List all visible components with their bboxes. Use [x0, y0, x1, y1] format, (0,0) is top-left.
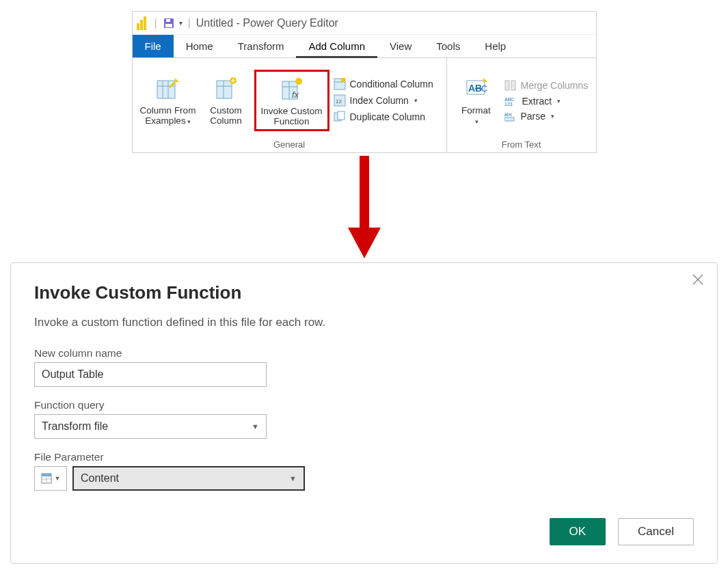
conditional-column-button[interactable]: Conditional Column — [334, 78, 433, 90]
chevron-down-icon: ▾ — [557, 98, 561, 105]
function-query-select[interactable]: Transform file ▼ — [34, 414, 267, 439]
titlebar-separator: | — [188, 17, 191, 29]
svg-rect-2 — [144, 16, 146, 30]
file-parameter-value: Content — [81, 472, 119, 485]
function-query-value: Transform file — [42, 420, 108, 433]
tab-add-column[interactable]: Add Column — [296, 35, 377, 57]
duplicate-column-label: Duplicate Column — [350, 111, 426, 122]
chevron-down-icon: ▾ — [551, 113, 554, 120]
tab-tools[interactable]: Tools — [424, 35, 472, 57]
ribbon-body: Column From Examples▾ Cu — [133, 58, 596, 152]
parse-label: Parse — [521, 111, 546, 122]
ribbon-tabstrip: File Home Transform Add Column View Tool… — [133, 35, 596, 58]
ok-button[interactable]: OK — [550, 518, 606, 545]
duplicate-column-button[interactable]: Duplicate Column — [334, 111, 433, 123]
invoke-custom-function-icon: fx — [278, 74, 306, 105]
dialog-description: Invoke a custom function defined in this… — [34, 316, 694, 329]
svg-text:A: A — [468, 83, 475, 94]
svg-text:123: 123 — [504, 102, 513, 107]
svg-rect-33 — [505, 81, 509, 90]
custom-column-label: Custom Column — [202, 105, 250, 128]
format-button[interactable]: A B C Format▾ — [453, 72, 500, 128]
save-button[interactable] — [163, 17, 175, 29]
qat-dropdown-icon[interactable]: ▾ — [179, 19, 183, 27]
svg-marker-32 — [483, 78, 487, 82]
parse-button[interactable]: abc Parse ▾ — [504, 111, 589, 122]
powerbi-logo-icon — [137, 16, 149, 30]
chevron-down-icon: ▼ — [55, 475, 61, 482]
parameter-type-picker[interactable]: ▼ — [34, 466, 67, 491]
power-query-editor-window: | ▾ | Untitled - Power Query Editor File… — [132, 11, 597, 153]
extract-button[interactable]: ABC123 Extract ▾ — [504, 96, 589, 107]
svg-rect-4 — [165, 24, 172, 27]
window-title: Untitled - Power Query Editor — [196, 17, 338, 29]
merge-columns-label: Merge Columns — [521, 80, 589, 91]
extract-icon: ABC123 — [504, 96, 518, 107]
merge-columns-icon — [504, 79, 517, 92]
invoke-custom-function-label: Invoke Custom Function — [258, 106, 326, 129]
column-from-examples-button[interactable]: Column From Examples▾ — [138, 72, 198, 128]
svg-marker-40 — [348, 228, 381, 258]
index-column-label: Index Column — [350, 95, 409, 106]
svg-rect-23 — [341, 78, 345, 82]
tab-help[interactable]: Help — [472, 35, 518, 57]
conditional-column-label: Conditional Column — [350, 79, 433, 90]
invoke-custom-function-dialog: Invoke Custom Function Invoke a custom f… — [10, 262, 718, 564]
new-column-name-input[interactable] — [34, 362, 267, 387]
new-column-name-label: New column name — [34, 347, 694, 359]
svg-rect-12 — [217, 81, 232, 98]
svg-marker-10 — [175, 78, 179, 82]
dialog-title: Invoke Custom Function — [34, 282, 694, 303]
ribbon-group-from-text-label: From Text — [447, 138, 596, 152]
extract-label: Extract — [522, 96, 552, 107]
cancel-button[interactable]: Cancel — [618, 518, 694, 545]
close-button[interactable] — [691, 273, 705, 286]
conditional-column-icon — [334, 78, 346, 90]
svg-text:fx: fx — [292, 90, 299, 100]
chevron-down-icon: ▼ — [289, 474, 297, 482]
index-column-button[interactable]: 12 Index Column ▾ — [334, 94, 433, 107]
svg-text:12: 12 — [336, 98, 342, 105]
annotation-arrow — [7, 156, 721, 258]
invoke-custom-function-button[interactable]: fx Invoke Custom Function — [258, 73, 326, 129]
chevron-down-icon: ▾ — [187, 118, 191, 125]
parse-icon: abc — [504, 111, 517, 122]
ribbon-group-general-label: General — [133, 138, 446, 152]
duplicate-column-icon — [334, 111, 346, 123]
svg-rect-34 — [511, 81, 515, 90]
svg-text:C: C — [481, 84, 487, 94]
close-icon — [691, 273, 705, 286]
titlebar-separator: | — [154, 17, 157, 29]
invoke-custom-function-highlight: fx Invoke Custom Function — [254, 70, 329, 131]
tab-transform[interactable]: Transform — [226, 35, 297, 57]
format-label: Format — [461, 105, 491, 115]
merge-columns-button[interactable]: Merge Columns — [504, 79, 589, 92]
chevron-down-icon: ▾ — [475, 118, 478, 125]
ribbon-group-general: Column From Examples▾ Cu — [133, 58, 447, 152]
svg-rect-38 — [504, 118, 514, 121]
svg-point-19 — [295, 78, 302, 85]
svg-rect-27 — [338, 111, 345, 120]
tab-view[interactable]: View — [377, 35, 424, 57]
custom-column-icon — [213, 74, 240, 104]
titlebar: | ▾ | Untitled - Power Query Editor — [133, 12, 596, 35]
custom-column-button[interactable]: Custom Column — [202, 72, 250, 128]
svg-text:ABC: ABC — [504, 97, 514, 102]
column-from-examples-icon — [154, 74, 182, 104]
file-parameter-label: File Parameter — [34, 451, 694, 463]
index-column-icon: 12 — [334, 94, 346, 107]
tab-file[interactable]: File — [133, 35, 174, 57]
table-icon — [41, 473, 52, 484]
tab-home[interactable]: Home — [174, 35, 226, 57]
format-icon: A B C — [463, 74, 490, 104]
svg-rect-1 — [140, 20, 143, 30]
svg-rect-0 — [137, 23, 139, 30]
function-query-label: Function query — [34, 399, 694, 411]
ribbon-group-from-text: A B C Format▾ — [447, 58, 596, 152]
svg-text:abc: abc — [504, 112, 513, 117]
file-parameter-select[interactable]: Content ▼ — [72, 466, 305, 491]
chevron-down-icon: ▾ — [414, 97, 418, 104]
svg-rect-5 — [166, 19, 170, 22]
chevron-down-icon: ▼ — [252, 422, 259, 431]
